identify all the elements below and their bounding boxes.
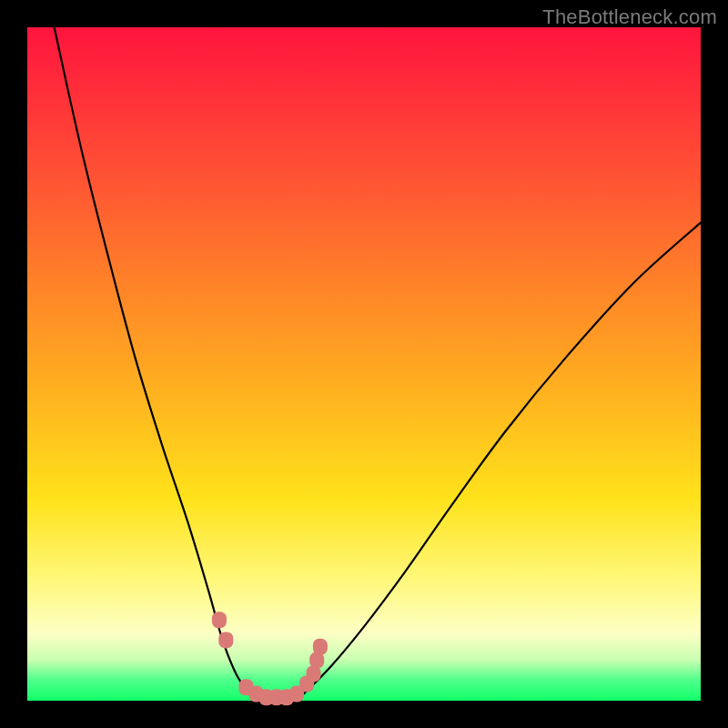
chart-frame: TheBottleneck.com <box>0 0 728 728</box>
curve-left-branch <box>55 27 250 694</box>
data-marker <box>313 639 328 655</box>
data-marker <box>218 632 233 648</box>
curve-right-branch <box>303 223 701 694</box>
chart-svg <box>27 27 701 701</box>
plot-area <box>27 27 701 701</box>
curve-group <box>55 27 701 702</box>
watermark-text: TheBottleneck.com <box>542 5 717 29</box>
data-marker <box>212 612 227 628</box>
